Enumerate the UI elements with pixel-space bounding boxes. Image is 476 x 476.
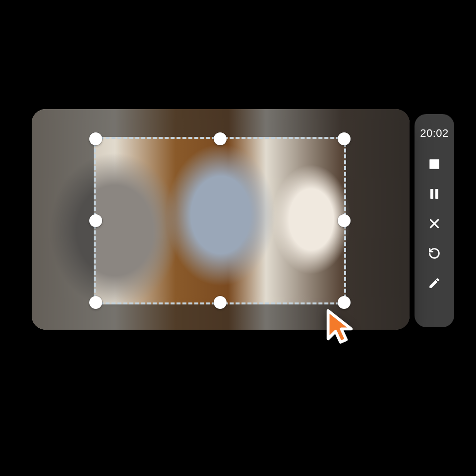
pause-button[interactable] <box>426 185 443 202</box>
dim-overlay <box>346 137 410 304</box>
pause-icon <box>428 187 440 201</box>
resize-handle-top-right[interactable] <box>338 132 351 145</box>
svg-rect-0 <box>429 159 439 169</box>
svg-rect-2 <box>435 189 438 199</box>
restart-icon <box>427 246 441 260</box>
timer-display: 20:02 <box>420 127 449 140</box>
resize-handle-middle-right[interactable] <box>338 214 351 227</box>
selection-rectangle[interactable] <box>94 137 346 304</box>
svg-rect-1 <box>430 189 433 199</box>
stop-button[interactable] <box>426 156 443 173</box>
pencil-icon <box>428 277 441 290</box>
dim-overlay <box>32 137 94 304</box>
resize-handle-top-center[interactable] <box>214 132 227 145</box>
stop-icon <box>428 158 441 171</box>
capture-window <box>32 109 410 330</box>
cancel-button[interactable] <box>426 215 443 232</box>
restart-button[interactable] <box>426 245 443 262</box>
recording-toolbar: 20:02 <box>415 114 454 327</box>
resize-handle-bottom-right[interactable] <box>338 296 351 309</box>
resize-handle-top-left[interactable] <box>89 132 102 145</box>
draw-button[interactable] <box>426 275 443 292</box>
resize-handle-bottom-center[interactable] <box>214 296 227 309</box>
close-icon <box>428 217 441 230</box>
resize-handle-bottom-left[interactable] <box>89 296 102 309</box>
resize-handle-middle-left[interactable] <box>89 214 102 227</box>
